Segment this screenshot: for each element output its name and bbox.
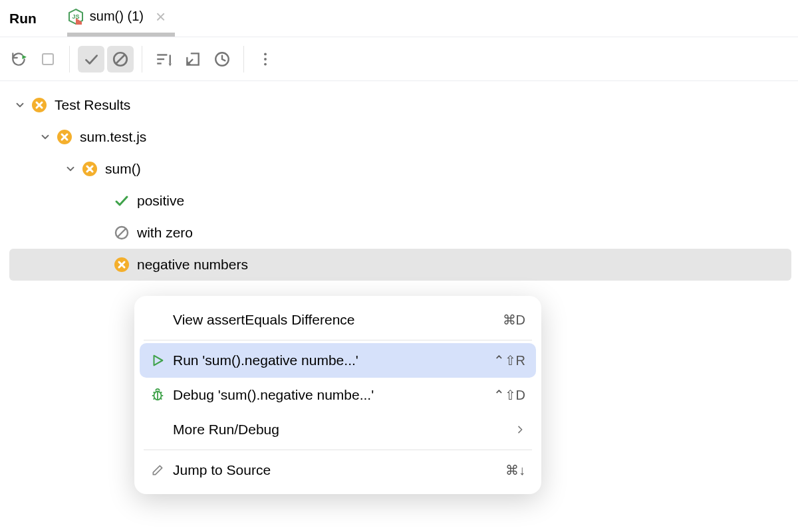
- more-button[interactable]: [252, 46, 279, 72]
- tree-root-label: Test Results: [55, 97, 130, 113]
- menu-item-label: More Run/Debug: [173, 422, 515, 438]
- tree-test-with-zero[interactable]: with zero: [0, 217, 798, 249]
- svg-marker-24: [154, 356, 163, 366]
- tree-suite-sum[interactable]: sum(): [0, 153, 798, 185]
- sort-button[interactable]: [150, 46, 177, 72]
- status-failed-icon: [31, 96, 48, 114]
- svg-point-17: [264, 63, 267, 65]
- test-results-tree: Test Results sum.test.js sum() positive …: [0, 81, 798, 281]
- menu-item-shortcut: ⌃⇧D: [493, 387, 525, 403]
- menu-separator: [144, 450, 532, 450]
- svg-marker-10: [169, 63, 172, 66]
- tree-test-label: with zero: [137, 225, 193, 241]
- svg-line-22: [118, 229, 126, 237]
- test-toolbar: [0, 37, 798, 81]
- status-ignored-icon: [113, 224, 130, 241]
- toolbar-separator: [69, 46, 70, 72]
- menu-separator: [144, 340, 532, 340]
- nodejs-config-icon: JS: [67, 8, 84, 25]
- chevron-down-icon: [12, 97, 28, 113]
- toolbar-separator: [243, 46, 244, 72]
- run-tab-sum[interactable]: JS sum() (1) ×: [67, 0, 175, 37]
- svg-text:JS: JS: [72, 13, 79, 20]
- tree-file-sum-test-js[interactable]: sum.test.js: [0, 121, 798, 153]
- run-panel-title: Run: [9, 11, 37, 27]
- menu-view-assert-diff[interactable]: View assertEquals Difference ⌘D: [140, 303, 536, 337]
- rerun-button[interactable]: [5, 46, 32, 72]
- menu-item-label: Jump to Source: [173, 462, 505, 478]
- menu-item-shortcut: ⌘↓: [505, 462, 525, 478]
- menu-item-shortcut: ⌃⇧R: [493, 352, 525, 368]
- toolbar-separator: [142, 46, 142, 72]
- status-failed-icon: [56, 128, 73, 146]
- status-failed-icon: [81, 160, 98, 178]
- tree-file-label: sum.test.js: [80, 129, 146, 145]
- menu-more-run-debug[interactable]: More Run/Debug: [140, 412, 536, 447]
- run-tab-label: sum() (1): [90, 9, 144, 24]
- export-button[interactable]: [180, 46, 206, 72]
- svg-point-16: [264, 58, 267, 61]
- tree-test-positive[interactable]: positive: [0, 185, 798, 217]
- menu-item-shortcut: ⌘D: [503, 312, 525, 328]
- menu-item-label: Debug 'sum().negative numbe...': [173, 387, 493, 403]
- tree-test-label: positive: [137, 193, 184, 209]
- svg-rect-4: [43, 54, 53, 65]
- show-ignored-toggle[interactable]: [107, 46, 134, 72]
- menu-item-label: View assertEquals Difference: [173, 312, 503, 328]
- status-passed-icon: [113, 192, 130, 209]
- context-menu: View assertEquals Difference ⌘D Run 'sum…: [134, 296, 541, 494]
- svg-point-15: [264, 53, 267, 55]
- menu-run[interactable]: Run 'sum().negative numbe...' ⌃⇧R: [140, 343, 536, 378]
- svg-line-6: [116, 55, 125, 63]
- tree-root-test-results[interactable]: Test Results: [0, 89, 798, 121]
- chevron-right-icon: [515, 424, 525, 435]
- pencil-icon: [148, 464, 168, 477]
- history-button[interactable]: [209, 46, 235, 72]
- tree-suite-label: sum(): [105, 161, 141, 177]
- close-icon[interactable]: ×: [149, 5, 172, 28]
- run-panel-tabbar: Run JS sum() (1) ×: [0, 0, 798, 37]
- menu-jump-to-source[interactable]: Jump to Source ⌘↓: [140, 453, 536, 487]
- bug-icon: [148, 388, 168, 402]
- menu-item-label: Run 'sum().negative numbe...': [173, 352, 493, 368]
- tree-test-label: negative numbers: [137, 257, 248, 273]
- show-passed-toggle[interactable]: [78, 46, 104, 72]
- tree-test-negative-numbers[interactable]: negative numbers: [9, 249, 791, 281]
- stop-button[interactable]: [35, 46, 61, 72]
- chevron-down-icon: [63, 161, 78, 177]
- status-failed-icon: [113, 256, 130, 273]
- run-icon: [148, 353, 168, 368]
- menu-debug[interactable]: Debug 'sum().negative numbe...' ⌃⇧D: [140, 378, 536, 412]
- chevron-down-icon: [37, 129, 53, 145]
